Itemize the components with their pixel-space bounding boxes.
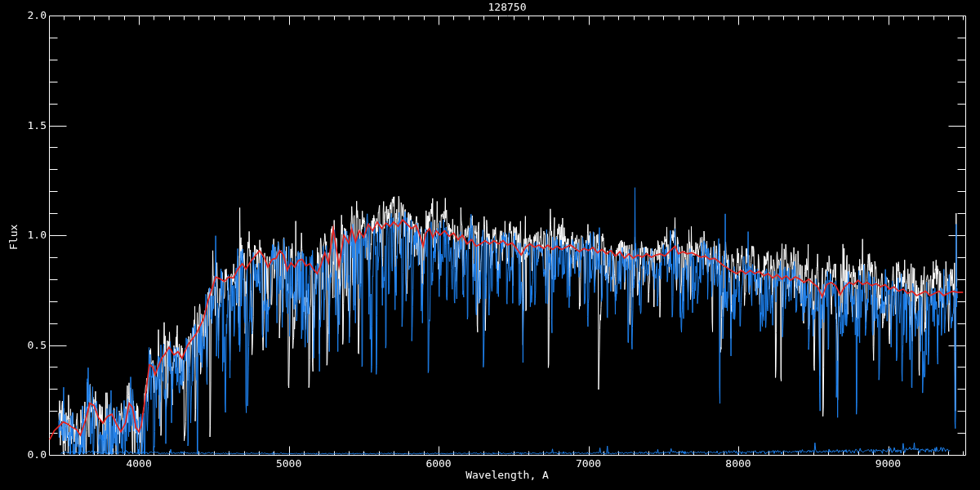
x-tick-label: 4000 [114,458,163,470]
spectrum-plot-window: 128750 Wavelength, A Flux 0.00.51.01.52.… [0,0,980,490]
spectrum-plot-canvas [0,0,980,490]
y-tick-label: 2.0 [6,10,47,21]
y-tick-label: 1.0 [6,229,47,241]
plot-title: 128750 [49,2,965,13]
x-tick-label: 7000 [564,458,613,470]
x-tick-label: 6000 [414,458,463,470]
x-tick-label: 9000 [864,458,913,470]
x-tick-label: 8000 [714,458,763,470]
x-tick-label: 5000 [265,458,314,470]
y-tick-label: 0.0 [6,449,47,461]
x-axis-label: Wavelength, A [49,470,965,481]
y-tick-label: 0.5 [6,340,47,351]
y-tick-label: 1.5 [6,120,47,131]
